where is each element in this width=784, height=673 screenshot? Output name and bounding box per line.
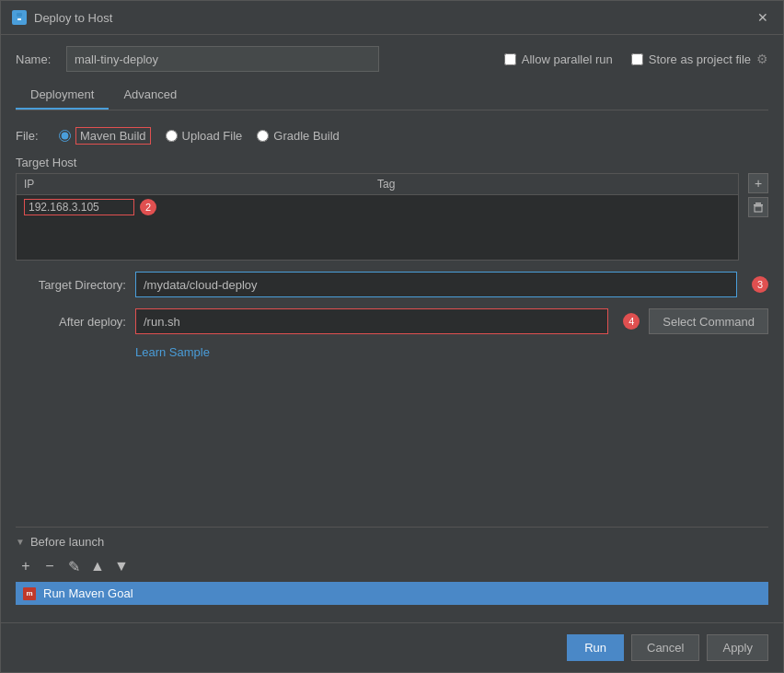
after-deploy-input[interactable] xyxy=(135,308,608,334)
edit-launch-button[interactable]: ✎ xyxy=(63,556,84,576)
maven-build-option[interactable]: Maven Build xyxy=(59,127,151,145)
col-tag-header: Tag xyxy=(377,178,731,191)
title-bar-left: Deploy to Host xyxy=(12,10,112,25)
step-badge-2: 2 xyxy=(140,199,156,215)
svg-rect-4 xyxy=(755,203,761,204)
cancel-button[interactable]: Cancel xyxy=(631,634,699,661)
name-row: Name: Allow parallel run Store as projec… xyxy=(16,46,768,72)
title-bar: Deploy to Host ✕ xyxy=(1,1,783,35)
after-deploy-row: After deploy: 4 Select Command xyxy=(16,308,768,334)
before-launch-section: ▼ Before launch + − ✎ ▲ ▼ m Run Maven Go… xyxy=(16,527,768,611)
add-launch-button[interactable]: + xyxy=(16,556,36,576)
maven-goal-icon: m xyxy=(23,587,36,600)
tab-content-deployment: File: Maven Build Upload File Gradle Bui… xyxy=(16,120,768,611)
target-host-table: IP Tag 192.168.3.105 2 xyxy=(16,173,739,261)
before-launch-title: Before launch xyxy=(30,535,104,549)
target-directory-input[interactable] xyxy=(135,272,737,297)
allow-parallel-run-checkbox[interactable] xyxy=(504,53,516,65)
store-as-project-file-group: Store as project file ⚙ xyxy=(631,52,768,66)
close-button[interactable]: ✕ xyxy=(754,8,772,27)
target-directory-row: Target Directory: 3 xyxy=(16,272,768,297)
name-label: Name: xyxy=(16,52,57,66)
table-actions: + xyxy=(743,173,768,217)
svg-rect-1 xyxy=(17,13,22,17)
apply-button[interactable]: Apply xyxy=(707,634,768,661)
before-launch-list: m Run Maven Goal xyxy=(16,582,768,611)
gradle-build-option[interactable]: Gradle Build xyxy=(257,129,340,143)
store-as-project-file-label: Store as project file xyxy=(649,52,751,66)
run-button[interactable]: Run xyxy=(567,634,624,661)
maven-build-radio[interactable] xyxy=(59,130,71,142)
allow-parallel-run-label: Allow parallel run xyxy=(522,52,613,66)
launch-item-label: Run Maven Goal xyxy=(43,586,133,600)
table-header: IP Tag xyxy=(17,174,738,195)
maven-build-label: Maven Build xyxy=(75,127,151,145)
learn-sample-link[interactable]: Learn Sample xyxy=(135,345,768,359)
gradle-build-radio[interactable] xyxy=(257,130,269,142)
ip-value: 192.168.3.105 xyxy=(24,199,134,215)
collapse-icon[interactable]: ▼ xyxy=(16,537,25,547)
remove-launch-button[interactable]: − xyxy=(40,556,60,576)
upload-file-option[interactable]: Upload File xyxy=(166,129,243,143)
launch-item-run-maven[interactable]: m Run Maven Goal xyxy=(16,582,768,605)
header-checkboxes: Allow parallel run Store as project file… xyxy=(504,52,768,66)
gear-icon[interactable]: ⚙ xyxy=(756,52,768,66)
table-body: 192.168.3.105 2 xyxy=(17,195,738,260)
dialog-icon xyxy=(12,10,27,25)
target-host-section: Target Host IP Tag 192.168.3.105 xyxy=(16,156,768,261)
step-badge-3: 3 xyxy=(752,276,768,293)
upload-file-label: Upload File xyxy=(182,129,243,143)
gradle-build-label: Gradle Build xyxy=(273,129,340,143)
col-ip-header: IP xyxy=(24,178,377,191)
name-input[interactable] xyxy=(66,46,379,72)
host-table-wrapper: IP Tag 192.168.3.105 2 xyxy=(16,173,768,261)
upload-file-radio[interactable] xyxy=(166,130,178,142)
svg-rect-5 xyxy=(755,206,762,212)
select-command-button[interactable]: Select Command xyxy=(649,308,768,334)
before-launch-toolbar: + − ✎ ▲ ▼ xyxy=(16,556,768,576)
dialog-footer: Run Cancel Apply xyxy=(1,622,783,672)
deploy-to-host-dialog: Deploy to Host ✕ Name: Allow parallel ru… xyxy=(0,0,784,673)
svg-rect-2 xyxy=(17,18,21,20)
target-directory-label: Target Directory: xyxy=(16,278,126,292)
allow-parallel-run-group: Allow parallel run xyxy=(504,52,613,66)
file-radio-group: Maven Build Upload File Gradle Build xyxy=(59,127,340,145)
store-as-project-file-checkbox[interactable] xyxy=(631,53,643,65)
add-host-button[interactable]: + xyxy=(748,173,768,193)
tab-advanced[interactable]: Advanced xyxy=(109,81,191,110)
dialog-body: Name: Allow parallel run Store as projec… xyxy=(1,35,783,622)
svg-rect-3 xyxy=(754,204,763,206)
after-deploy-label: After deploy: xyxy=(16,315,126,329)
file-row: File: Maven Build Upload File Gradle Bui… xyxy=(16,127,768,145)
content-spacer xyxy=(16,370,768,516)
dialog-title: Deploy to Host xyxy=(34,11,112,25)
step-badge-4: 4 xyxy=(623,313,640,330)
target-host-title: Target Host xyxy=(16,156,768,169)
file-label: File: xyxy=(16,129,48,143)
move-up-launch-button[interactable]: ▲ xyxy=(87,556,108,576)
remove-host-button[interactable] xyxy=(748,197,768,217)
move-down-launch-button[interactable]: ▼ xyxy=(111,556,132,576)
before-launch-header: ▼ Before launch xyxy=(16,535,768,549)
table-row[interactable]: 192.168.3.105 2 xyxy=(17,195,738,219)
tabs: Deployment Advanced xyxy=(16,81,768,110)
tab-deployment[interactable]: Deployment xyxy=(16,81,109,110)
